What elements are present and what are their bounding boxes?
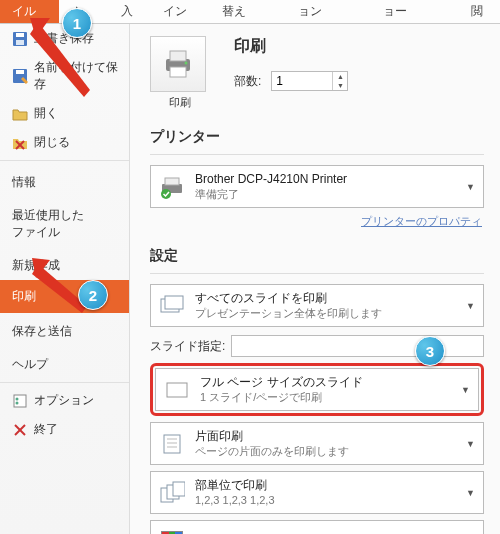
printer-status-icon [159,174,185,200]
spin-down-icon[interactable]: ▼ [333,81,347,90]
print-title: 印刷 [234,36,348,57]
svg-rect-2 [16,40,24,45]
tab-insert[interactable]: 挿入 [109,0,150,23]
sides-title: 片面印刷 [195,428,456,444]
save-icon [12,31,28,47]
single-side-icon [159,431,185,457]
close-file-icon [12,135,28,151]
svg-rect-13 [170,51,186,61]
tab-review[interactable]: 校閲 [459,0,500,23]
range-sub: プレゼンテーション全体を印刷します [195,306,456,321]
sides-sub: ページの片面のみを印刷します [195,444,456,459]
chevron-down-icon: ▼ [461,385,470,395]
sidebar-label: 開く [34,105,58,122]
svg-point-15 [185,61,188,64]
chevron-down-icon: ▼ [466,182,475,192]
sidebar-exit[interactable]: 終了 [0,415,129,444]
sidebar-label: 閉じる [34,134,70,151]
slides-all-icon [159,293,185,319]
svg-rect-21 [167,383,187,397]
layout-dropdown[interactable]: フル ページ サイズのスライド 1 スライド/ページで印刷 ▼ [155,368,479,411]
sidebar-new[interactable]: 新規作成 [0,247,129,280]
print-backstage: 印刷 印刷 部数: ▲▼ プリンター Brother DCP-J4210N Pr… [130,24,500,534]
color-dropdown[interactable]: カラー ▼ [150,520,484,534]
svg-rect-4 [16,70,24,74]
svg-rect-28 [173,482,185,496]
copies-spinner[interactable]: ▲▼ [271,71,348,91]
collate-dropdown[interactable]: 部単位で印刷 1,2,3 1,2,3 1,2,3 ▼ [150,471,484,514]
svg-rect-22 [164,435,180,453]
svg-rect-20 [165,296,183,309]
svg-rect-1 [16,33,24,37]
range-title: すべてのスライドを印刷 [195,290,456,306]
tab-transition[interactable]: 画面切り替え [210,0,286,23]
sidebar-recent[interactable]: 最近使用した ファイル [0,197,129,247]
print-button-label: 印刷 [150,92,210,110]
collate-sub: 1,2,3 1,2,3 1,2,3 [195,493,456,508]
printer-icon [160,45,196,84]
print-button[interactable] [150,36,206,92]
backstage-sidebar: 上書き保存 名前を付けて保存 開く 閉じる 情報 最近使用した ファイル 新規作… [0,24,130,534]
settings-section-title: 設定 [150,247,484,265]
exit-icon [12,422,28,438]
printer-section-title: プリンター [150,128,484,146]
sidebar-print[interactable]: 印刷 [0,280,129,313]
chevron-down-icon: ▼ [466,301,475,311]
printer-status: 準備完了 [195,187,456,202]
annotation-badge-1: 1 [62,8,92,38]
save-as-icon [12,68,28,84]
spin-up-icon[interactable]: ▲ [333,72,347,81]
sidebar-save-send[interactable]: 保存と送信 [0,313,129,346]
tab-slideshow[interactable]: スライド ショー [371,0,459,23]
sidebar-open[interactable]: 開く [0,99,129,128]
open-icon [12,106,28,122]
annotation-badge-3: 3 [415,336,445,366]
layout-sub: 1 スライド/ページで印刷 [200,390,451,405]
copies-input[interactable] [272,72,332,90]
annotation-badge-2: 2 [78,280,108,310]
print-range-dropdown[interactable]: すべてのスライドを印刷 プレゼンテーション全体を印刷します ▼ [150,284,484,327]
sidebar-save-as[interactable]: 名前を付けて保存 [0,53,129,99]
tab-animation[interactable]: アニメーション [286,0,371,23]
sidebar-info[interactable]: 情報 [0,164,129,197]
svg-rect-7 [14,395,26,407]
full-page-icon [164,377,190,403]
slide-spec-input[interactable] [231,335,484,357]
color-icon [159,526,185,534]
sidebar-label: オプション [34,392,94,409]
chevron-down-icon: ▼ [466,439,475,449]
svg-rect-14 [170,67,186,77]
printer-dropdown[interactable]: Brother DCP-J4210N Printer 準備完了 ▼ [150,165,484,208]
sidebar-close[interactable]: 閉じる [0,128,129,157]
svg-point-8 [16,397,19,400]
sides-dropdown[interactable]: 片面印刷 ページの片面のみを印刷します ▼ [150,422,484,465]
svg-rect-17 [165,178,179,185]
printer-name: Brother DCP-J4210N Printer [195,171,456,187]
tab-design[interactable]: デザイン [151,0,210,23]
svg-point-18 [161,189,171,199]
layout-title: フル ページ サイズのスライド [200,374,451,390]
collate-icon [159,480,185,506]
sidebar-label: 終了 [34,421,58,438]
svg-point-9 [16,401,19,404]
sidebar-help[interactable]: ヘルプ [0,346,129,379]
chevron-down-icon: ▼ [466,488,475,498]
printer-properties-link[interactable]: プリンターのプロパティ [361,215,482,227]
tab-file[interactable]: ファイル [0,0,59,23]
sidebar-label: 名前を付けて保存 [34,59,119,93]
copies-label: 部数: [234,73,261,90]
layout-highlight: フル ページ サイズのスライド 1 スライド/ページで印刷 ▼ [150,363,484,416]
collate-title: 部単位で印刷 [195,477,456,493]
sidebar-options[interactable]: オプション [0,386,129,415]
slide-spec-label: スライド指定: [150,338,225,355]
options-icon [12,393,28,409]
